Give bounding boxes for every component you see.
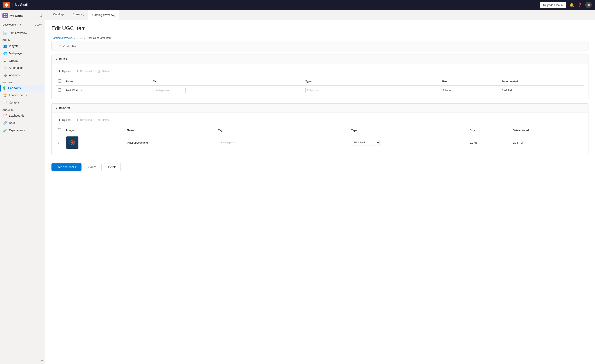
- addons-icon: 🧩: [3, 73, 7, 77]
- leaderboards-icon: 🏆: [3, 93, 7, 97]
- images-download-button[interactable]: ⬇ Download: [74, 117, 94, 123]
- images-table: Image Name Tag Type Size Date created: [56, 126, 584, 151]
- sidebar-item-leaderboards[interactable]: 🏆 Leaderboards: [1, 92, 44, 99]
- file-date: 3:08 PM: [500, 85, 584, 95]
- image-type-select[interactable]: Thumbnail Icon Banner Other: [351, 140, 380, 145]
- properties-section-header[interactable]: › PROPERTIES: [52, 41, 588, 50]
- tabs-bar: Catalogs Currency Catalog (Preview): [45, 10, 595, 20]
- images-delete-label: Delete: [102, 118, 110, 121]
- properties-section-title: PROPERTIES: [59, 44, 77, 47]
- cancel-button[interactable]: Cancel: [84, 163, 101, 171]
- sidebar-item-label-multiplayer: Multiplayer: [9, 52, 23, 55]
- sidebar-game-header: My Game ⚙: [0, 10, 45, 20]
- images-col-tag: Tag: [216, 126, 349, 134]
- files-upload-button[interactable]: ⬆ Upload: [56, 68, 73, 74]
- sidebar-item-label-dashboards: Dashboards: [9, 114, 25, 117]
- topbar: My Studio Upgrade account 🔔 ❓ JD: [0, 0, 595, 10]
- env-dropdown-icon: ▾: [20, 23, 21, 26]
- sidebar-item-data[interactable]: 🔗 Data: [1, 120, 44, 126]
- dashboards-icon: 📈: [3, 114, 7, 117]
- images-upload-label: Upload: [62, 118, 71, 121]
- files-col-date: Date created: [500, 78, 584, 85]
- file-tag-input[interactable]: [153, 88, 186, 93]
- files-delete-button[interactable]: 🗑 Delete: [95, 68, 112, 74]
- main-layout: My Game ⚙ Development ▾ 1/100K 📊 Title O…: [0, 10, 595, 364]
- sidebar-item-label-players: Players: [9, 44, 19, 48]
- content-icon: 📄: [3, 101, 7, 104]
- breadcrumb-ugc[interactable]: UGC: [77, 36, 83, 39]
- sidebar-item-experiments[interactable]: 🧪 Experiments: [1, 127, 44, 134]
- image-preview: [66, 136, 78, 149]
- files-download-icon: ⬇: [76, 69, 79, 73]
- sidebar-item-dashboards[interactable]: 📈 Dashboards: [1, 112, 44, 119]
- sidebar-item-title-overview[interactable]: 📊 Title Overview: [1, 29, 44, 36]
- sidebar-item-label-groups: Groups: [9, 59, 18, 62]
- image-tag-input[interactable]: [218, 140, 251, 145]
- images-col-image: Image: [64, 126, 125, 134]
- files-section-header[interactable]: ▾ FILES: [52, 55, 588, 64]
- sidebar-divider-2: [2, 28, 42, 29]
- playfab-logo-svg: [68, 138, 76, 147]
- sidebar-item-automation[interactable]: ⚡ Automation: [1, 64, 44, 71]
- images-select-all-checkbox[interactable]: [58, 128, 61, 131]
- save-publish-button[interactable]: Save and publish: [51, 164, 81, 171]
- images-col-date: Date created: [510, 126, 584, 134]
- user-avatar[interactable]: JD: [585, 2, 592, 8]
- sidebar-collapse-button[interactable]: «: [41, 359, 43, 362]
- image-date: 3:08 PM: [510, 134, 584, 151]
- sidebar-item-groups[interactable]: 🗂 Groups: [1, 57, 44, 64]
- files-table: Name Tag Type Size Date created HelloWor…: [56, 78, 584, 95]
- sidebar-item-label-data: Data: [9, 121, 15, 125]
- notifications-icon[interactable]: 🔔: [569, 3, 574, 7]
- experiments-icon: 🧪: [3, 128, 7, 132]
- breadcrumb-catalog-preview[interactable]: Catalog (Preview): [51, 36, 72, 39]
- settings-icon[interactable]: ⚙: [39, 14, 42, 18]
- files-delete-label: Delete: [102, 70, 110, 73]
- sidebar-item-label-content: Content: [9, 101, 19, 104]
- image-row-checkbox[interactable]: [58, 141, 61, 144]
- images-delete-button[interactable]: 🗑 Delete: [95, 117, 112, 123]
- images-table-row: PlayFabLogo.png Thumbnail Icon Banner Ot…: [56, 134, 584, 151]
- sidebar-divider-1: [2, 21, 42, 21]
- sidebar-item-economy[interactable]: 💲 Economy: [0, 85, 45, 92]
- svg-rect-1: [4, 14, 5, 15]
- images-col-name: Name: [125, 126, 216, 134]
- images-section-header[interactable]: ▾ IMAGES: [52, 104, 588, 113]
- images-upload-button[interactable]: ⬆ Upload: [56, 117, 73, 123]
- app-title: My Studio: [15, 3, 540, 7]
- game-icon: [2, 13, 8, 18]
- tab-currency[interactable]: Currency: [68, 10, 88, 20]
- files-select-all-checkbox[interactable]: [58, 79, 61, 83]
- files-delete-icon: 🗑: [98, 70, 101, 73]
- svg-marker-0: [5, 3, 8, 7]
- file-type-input[interactable]: [305, 88, 334, 93]
- help-icon[interactable]: ❓: [577, 3, 583, 7]
- automation-icon: ⚡: [3, 66, 7, 70]
- page-content: Edit UGC Item Catalog (Preview) › UGC › …: [45, 20, 595, 364]
- images-col-type: Type: [349, 126, 467, 134]
- images-col-size: Size: [467, 126, 510, 134]
- images-download-label: Download: [80, 118, 92, 121]
- players-icon: 👥: [3, 44, 7, 48]
- files-chevron-icon: ▾: [56, 57, 57, 61]
- delete-button[interactable]: Delete: [104, 163, 121, 171]
- tab-catalog-preview[interactable]: Catalog (Preview): [88, 10, 119, 20]
- sidebar-item-content[interactable]: 📄 Content: [1, 99, 44, 106]
- tab-catalogs[interactable]: Catalogs: [49, 10, 68, 20]
- files-download-button[interactable]: ⬇ Download: [74, 68, 94, 74]
- upgrade-button[interactable]: Upgrade account: [540, 2, 567, 8]
- sidebar-item-label-leaderboards: Leaderboards: [9, 93, 27, 97]
- images-section-body: ⬆ Upload ⬇ Download 🗑 Delete: [52, 113, 588, 155]
- images-delete-icon: 🗑: [98, 118, 101, 122]
- sidebar-item-multiplayer[interactable]: 🌐 Multiplayer: [1, 50, 44, 57]
- app-logo: [3, 2, 10, 8]
- sidebar-env-selector[interactable]: Development ▾ 1/100K: [0, 22, 45, 27]
- analyze-section-label: ANALYZE: [0, 106, 45, 112]
- file-row-checkbox[interactable]: [58, 88, 61, 92]
- sidebar-item-players[interactable]: 👥 Players: [1, 43, 44, 50]
- sidebar-item-addons[interactable]: 🧩 Add-ons: [1, 72, 44, 79]
- images-upload-icon: ⬆: [58, 118, 61, 122]
- sidebar: My Game ⚙ Development ▾ 1/100K 📊 Title O…: [0, 10, 45, 364]
- svg-rect-2: [6, 14, 7, 15]
- groups-icon: 🗂: [3, 59, 7, 62]
